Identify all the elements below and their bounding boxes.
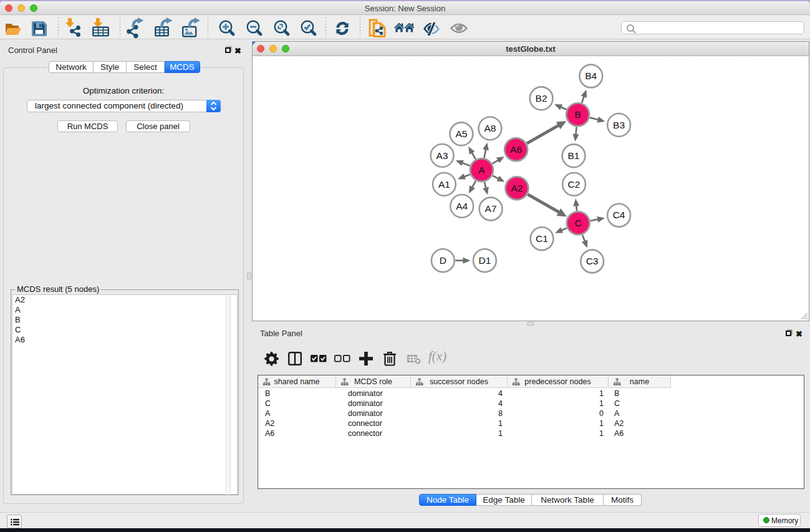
svg-text:C: C	[575, 218, 582, 228]
svg-text:D1: D1	[478, 255, 491, 266]
svg-text:B: B	[574, 109, 581, 120]
svg-text:A: A	[478, 165, 485, 175]
svg-text:B2: B2	[536, 93, 547, 104]
svg-text:A5: A5	[455, 128, 467, 139]
svg-text:B4: B4	[585, 70, 597, 81]
svg-text:f(x): f(x)	[428, 351, 446, 364]
svg-text:A7: A7	[485, 203, 497, 214]
svg-text:A1: A1	[438, 179, 450, 190]
svg-text:C3: C3	[586, 256, 599, 266]
svg-text:A2: A2	[511, 183, 523, 193]
svg-text:B3: B3	[613, 120, 625, 130]
svg-text:D: D	[440, 255, 446, 266]
svg-text:C4: C4	[613, 210, 625, 220]
svg-text:A8: A8	[484, 123, 496, 133]
svg-text:A4: A4	[456, 201, 468, 211]
svg-text:B1: B1	[568, 150, 580, 161]
svg-text:A3: A3	[436, 150, 448, 161]
svg-text:C2: C2	[568, 179, 581, 190]
svg-text:A6: A6	[510, 144, 522, 155]
svg-text:C1: C1	[536, 233, 548, 244]
